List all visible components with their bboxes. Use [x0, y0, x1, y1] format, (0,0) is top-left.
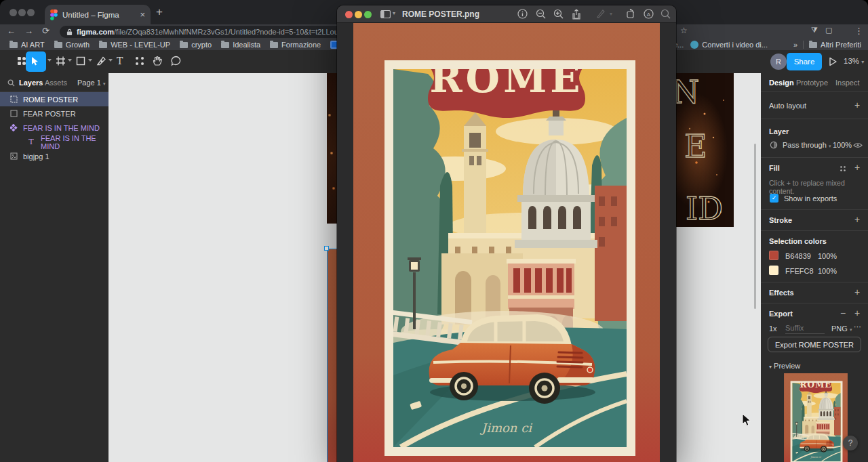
frame-icon — [9, 96, 18, 103]
tab-close-icon[interactable]: × — [140, 9, 145, 20]
tab-design[interactable]: Design — [769, 79, 794, 87]
other-bookmarks[interactable]: Altri Preferiti — [809, 41, 861, 49]
padlock-icon — [66, 28, 73, 36]
add-stroke-icon[interactable]: + — [854, 214, 860, 225]
zoom-level-control[interactable]: 13% ▾ — [844, 57, 864, 65]
preview-window[interactable]: ▾ ROME POSTER.png ▾ — [337, 5, 676, 462]
bookmark-star-icon[interactable]: ☆ — [680, 26, 688, 35]
fear-poster-left-edge[interactable] — [327, 73, 337, 224]
frame-tool-icon[interactable] — [56, 55, 66, 67]
add-effect-icon[interactable]: + — [854, 287, 860, 297]
markup-circle-icon[interactable]: A — [644, 9, 654, 19]
comment-tool-icon[interactable] — [170, 55, 182, 67]
preview-minimize-button[interactable] — [355, 11, 362, 18]
window-close-button[interactable] — [9, 9, 17, 16]
browser-menu-icon[interactable]: ⋮ — [854, 26, 863, 36]
add-auto-layout-icon[interactable]: + — [854, 100, 860, 110]
design-panel: Design Prototype Inspect Auto layout + L… — [761, 73, 868, 462]
chevron-down-icon[interactable] — [108, 59, 113, 62]
export-format-select[interactable]: PNG ▾ — [831, 324, 852, 333]
export-options-icon[interactable]: ⋯ — [854, 322, 862, 331]
chevron-down-icon[interactable] — [88, 59, 92, 62]
blend-mode-icon[interactable] — [770, 141, 778, 149]
add-fill-icon[interactable]: + — [854, 162, 860, 173]
color-opacity[interactable]: 100% — [818, 252, 837, 260]
fill-styles-icon[interactable] — [840, 165, 846, 172]
color-hex[interactable]: FFEFC8 — [785, 267, 814, 275]
bookmark-item[interactable]: crypto — [180, 41, 212, 49]
window-minimize-button[interactable] — [18, 9, 26, 16]
shape-tool-icon[interactable] — [76, 55, 85, 67]
remove-export-icon[interactable]: − — [840, 308, 846, 318]
resources-tool-icon[interactable] — [134, 55, 145, 67]
export-suffix-input[interactable] — [785, 322, 825, 334]
chevron-down-icon: ▾ — [769, 364, 772, 370]
canvas-vertical-scrollbar[interactable] — [754, 144, 756, 309]
bookmark-item[interactable]: Idealista — [221, 41, 260, 49]
layer-row-component[interactable]: FEAR IS IN THE MIND — [0, 121, 108, 135]
tab-layers[interactable]: Layers — [19, 79, 43, 87]
bookmark-item[interactable]: Converti i video di... — [690, 41, 768, 49]
color-hex[interactable]: B64839 — [785, 252, 811, 260]
tab-assets[interactable]: Assets — [45, 79, 67, 87]
color-swatch-red[interactable] — [769, 251, 778, 260]
bookmarks-overflow-icon[interactable]: » — [793, 41, 797, 49]
layer-opacity-field[interactable]: 100% — [833, 141, 852, 149]
zoom-out-icon[interactable] — [536, 9, 546, 19]
collaborator-avatar[interactable]: R — [770, 54, 787, 70]
layer-row-fear-poster[interactable]: FEAR POSTER — [0, 106, 108, 121]
present-play-icon[interactable] — [829, 57, 837, 66]
export-button[interactable]: Export ROME POSTER — [768, 337, 861, 352]
color-opacity[interactable]: 100% — [818, 267, 837, 275]
bookmark-item[interactable]: WEB - LEVEL-UP — [99, 41, 170, 49]
bookmark-item[interactable]: Formazione — [270, 41, 321, 49]
fear-poster-canvas-object[interactable]: N E ID — [676, 73, 734, 227]
share-button[interactable]: Share — [787, 53, 822, 70]
back-icon[interactable]: ← — [7, 26, 16, 36]
share-icon[interactable] — [572, 9, 581, 20]
window-zoom-button[interactable] — [27, 9, 35, 16]
move-tool-selected[interactable] — [26, 51, 46, 72]
tab-prototype[interactable]: Prototype — [796, 79, 828, 87]
export-scale[interactable]: 1x — [769, 324, 777, 333]
info-icon[interactable] — [517, 9, 528, 19]
preview-titlebar[interactable]: ▾ ROME POSTER.png ▾ — [337, 5, 676, 23]
reload-icon[interactable]: ⟳ — [42, 26, 50, 36]
chevron-down-icon[interactable] — [47, 59, 52, 62]
sidebar-toggle-icon[interactable] — [380, 10, 391, 18]
blend-mode-select[interactable]: Pass through ▾ — [783, 141, 831, 149]
show-in-exports-checkbox[interactable]: ✓ — [770, 194, 778, 203]
pen-tool-icon[interactable] — [96, 55, 106, 67]
chevron-down-icon[interactable]: ▾ — [393, 10, 395, 16]
new-tab-button[interactable]: + — [156, 5, 163, 19]
extensions-puzzle-icon[interactable]: ⧩ — [811, 26, 818, 35]
text-layer-icon: T — [27, 138, 35, 146]
selection-corner-handle[interactable] — [324, 246, 329, 251]
forward-icon[interactable]: → — [24, 26, 33, 36]
browser-tab[interactable]: Untitled – Figma × — [45, 5, 151, 24]
search-icon[interactable] — [7, 79, 15, 87]
add-export-icon[interactable]: + — [854, 308, 860, 318]
bookmark-item[interactable]: AI ART — [9, 41, 45, 49]
color-swatch-cream[interactable] — [769, 266, 778, 275]
divider — [761, 157, 868, 158]
split-window-icon[interactable]: ▢ — [825, 26, 832, 35]
layer-row-rome-poster[interactable]: ROME POSTER — [0, 92, 108, 106]
layer-row-image[interactable]: bigjpg 1 — [0, 149, 108, 163]
text-tool-icon[interactable]: T — [117, 56, 123, 66]
visibility-eye-icon[interactable] — [853, 142, 863, 148]
rome-poster-canvas-object-selected[interactable] — [327, 249, 337, 462]
tab-inspect[interactable]: Inspect — [835, 79, 859, 87]
help-button[interactable]: ? — [843, 436, 858, 450]
rotate-icon[interactable] — [626, 9, 636, 19]
chevron-down-icon[interactable] — [68, 59, 72, 62]
bookmark-item[interactable]: Growth — [54, 41, 90, 49]
preview-close-button[interactable] — [345, 11, 353, 18]
hand-tool-icon[interactable] — [152, 55, 163, 67]
page-selector[interactable]: Page 1 ▾ — [77, 79, 105, 87]
layer-row-text[interactable]: T FEAR IS IN THE MIND — [0, 135, 108, 149]
search-icon[interactable] — [660, 9, 671, 19]
preview-zoom-button[interactable] — [364, 11, 372, 18]
preview-section-header[interactable]: ▾ Preview — [769, 362, 800, 370]
zoom-in-icon[interactable] — [553, 9, 564, 19]
